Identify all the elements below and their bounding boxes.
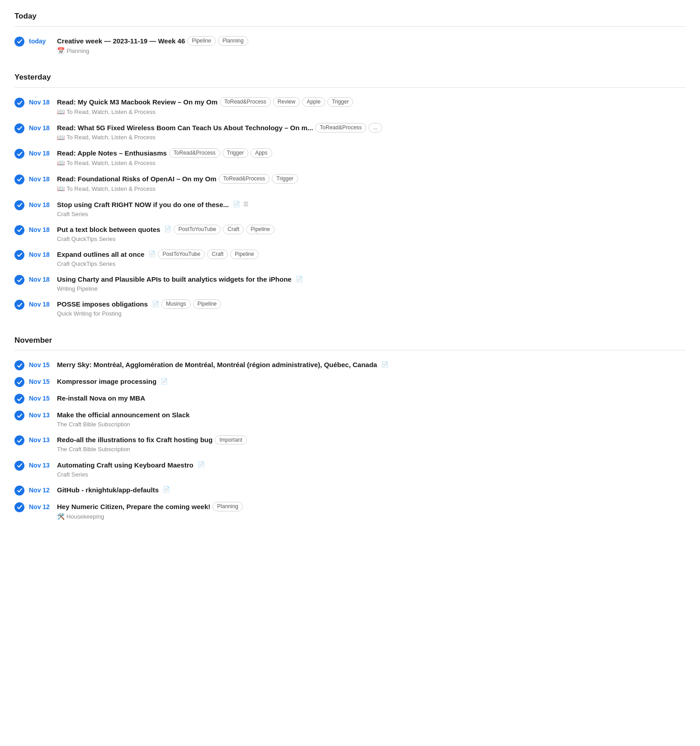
task-title: Read: My Quick M3 Macbook Review – On my… bbox=[57, 97, 218, 107]
subtitle-text: Quick Writing for Posting bbox=[57, 310, 122, 318]
task-content: Read: Foundational Risks of OpenAI – On … bbox=[57, 174, 686, 194]
check-icon bbox=[14, 377, 24, 387]
task-row[interactable]: Nov 18Expand outlines all at once📄PostTo… bbox=[14, 246, 686, 271]
task-title: Read: What 5G Fixed Wireless Boom Can Te… bbox=[57, 123, 313, 132]
date-label: today bbox=[29, 37, 52, 46]
date-label: Nov 18 bbox=[29, 275, 52, 284]
task-subtitle: Craft Series bbox=[57, 210, 686, 218]
task-title-row: Read: What 5G Fixed Wireless Boom Can Te… bbox=[57, 123, 686, 132]
task-subtitle: 📖To Read, Watch, Listen & Process bbox=[57, 133, 686, 142]
tag: ToRead&Process bbox=[315, 123, 366, 132]
subtitle-text: To Read, Watch, Listen & Process bbox=[66, 108, 156, 116]
subtitle-icon: 📅 bbox=[57, 47, 65, 56]
task-title-row: Read: Foundational Risks of OpenAI – On … bbox=[57, 174, 686, 184]
task-row[interactable]: Nov 18Stop using Craft RIGHT NOW if you … bbox=[14, 197, 686, 222]
task-subtitle: 📖To Read, Watch, Listen & Process bbox=[57, 184, 686, 194]
task-subtitle: Craft QuickTips Series bbox=[57, 235, 686, 243]
task-row[interactable]: Nov 18Put a text block between quotes📄Po… bbox=[14, 222, 686, 246]
subtitle-text: The Craft Bible Subscription bbox=[57, 445, 130, 453]
task-title-row: Re-install Nova on my MBA bbox=[57, 393, 686, 403]
tag: Planning bbox=[213, 502, 243, 511]
check-icon bbox=[14, 461, 24, 471]
tag: Apps bbox=[251, 148, 272, 158]
tag: ToRead&Process bbox=[169, 148, 220, 158]
task-title-row: GitHub - rknightuk/app-defaults📄 bbox=[57, 485, 686, 495]
subtitle-text: Craft QuickTips Series bbox=[57, 235, 116, 243]
task-title-row: Expand outlines all at once📄PostToYouTub… bbox=[57, 250, 686, 259]
task-row[interactable]: Nov 15Re-install Nova on my MBA bbox=[14, 390, 686, 407]
task-row[interactable]: Nov 13Make the official announcement on … bbox=[14, 407, 686, 432]
task-row[interactable]: Nov 12Hey Numeric Citizen, Prepare the c… bbox=[14, 499, 686, 524]
tag: Trigger bbox=[222, 148, 249, 158]
task-title-row: Kompressor image processing📄 bbox=[57, 377, 686, 386]
task-content: Kompressor image processing📄 bbox=[57, 377, 686, 386]
tag: Review bbox=[273, 97, 300, 107]
subtitle-text: To Read, Watch, Listen & Process bbox=[66, 133, 156, 142]
task-title-row: Read: My Quick M3 Macbook Review – On my… bbox=[57, 97, 686, 107]
task-title: POSSE imposes obligations bbox=[57, 299, 148, 309]
task-row[interactable]: Nov 18POSSE imposes obligations📄MusingsP… bbox=[14, 296, 686, 321]
check-icon bbox=[14, 394, 24, 404]
task-title-row: Using Charty and Plausible APIs to built… bbox=[57, 274, 686, 284]
task-content: GitHub - rknightuk/app-defaults📄 bbox=[57, 485, 686, 495]
subtitle-icon: 📖 bbox=[57, 108, 65, 117]
date-label: Nov 12 bbox=[29, 486, 52, 495]
task-row[interactable]: Nov 15Kompressor image processing📄 bbox=[14, 373, 686, 390]
date-label: Nov 15 bbox=[29, 394, 52, 403]
task-subtitle: 📖To Read, Watch, Listen & Process bbox=[57, 108, 686, 117]
date-label: Nov 13 bbox=[29, 411, 52, 420]
subtitle-text: Housekeeping bbox=[66, 513, 104, 521]
task-subtitle: 🛠️Housekeeping bbox=[57, 512, 686, 521]
task-content: Redo-all the illustrations to fix Craft … bbox=[57, 435, 686, 453]
subtitle-text: To Read, Watch, Listen & Process bbox=[66, 185, 156, 193]
check-icon bbox=[14, 360, 24, 370]
check-icon bbox=[14, 123, 24, 133]
task-row[interactable]: Nov 18Using Charty and Plausible APIs to… bbox=[14, 271, 686, 296]
check-icon bbox=[14, 200, 24, 210]
task-content: Hey Numeric Citizen, Prepare the coming … bbox=[57, 502, 686, 521]
task-row[interactable]: todayCreative week — 2023-11-19 — Week 4… bbox=[14, 33, 686, 59]
tag: PostToYouTube bbox=[174, 225, 221, 234]
check-icon bbox=[14, 300, 24, 310]
task-title: Make the official announcement on Slack bbox=[57, 410, 189, 420]
doc-icon: 📄 bbox=[152, 300, 159, 308]
check-icon bbox=[14, 250, 24, 260]
task-content: Expand outlines all at once📄PostToYouTub… bbox=[57, 250, 686, 268]
check-icon bbox=[14, 37, 24, 47]
task-title: Kompressor image processing bbox=[57, 377, 156, 386]
task-row[interactable]: Nov 18Read: Apple Notes – EnthusiasmsToR… bbox=[14, 145, 686, 171]
task-row[interactable]: Nov 18Read: What 5G Fixed Wireless Boom … bbox=[14, 120, 686, 146]
section-yesterday: Yesterday Nov 18Read: My Quick M3 Macboo… bbox=[14, 72, 686, 321]
task-row[interactable]: Nov 13Redo-all the illustrations to fix … bbox=[14, 432, 686, 457]
date-label: Nov 13 bbox=[29, 436, 52, 445]
date-label: Nov 18 bbox=[29, 149, 52, 158]
subtitle-icon: 🛠️ bbox=[57, 512, 65, 521]
task-row[interactable]: Nov 15Merry Sky: Montréal, Agglomération… bbox=[14, 357, 686, 373]
task-subtitle: The Craft Bible Subscription bbox=[57, 420, 686, 429]
subtitle-text: To Read, Watch, Listen & Process bbox=[66, 159, 156, 167]
tag: ToRead&Process bbox=[220, 97, 271, 107]
check-icon bbox=[14, 149, 24, 159]
date-label: Nov 13 bbox=[29, 461, 52, 470]
task-subtitle: Quick Writing for Posting bbox=[57, 310, 686, 318]
task-row[interactable]: Nov 18Read: Foundational Risks of OpenAI… bbox=[14, 171, 686, 197]
task-subtitle: 📖To Read, Watch, Listen & Process bbox=[57, 159, 686, 168]
date-label: Nov 18 bbox=[29, 124, 52, 133]
task-row[interactable]: Nov 13Automating Craft using Keyboard Ma… bbox=[14, 457, 686, 482]
check-icon bbox=[14, 411, 24, 420]
tag: Pipeline bbox=[193, 299, 222, 309]
subtitle-text: Craft QuickTips Series bbox=[57, 260, 116, 268]
section-header-today: Today bbox=[14, 11, 686, 27]
task-content: Creative week — 2023-11-19 — Week 46Pipe… bbox=[57, 36, 686, 56]
task-content: Stop using Craft RIGHT NOW if you do one… bbox=[57, 200, 686, 218]
task-row[interactable]: Nov 12GitHub - rknightuk/app-defaults📄 bbox=[14, 482, 686, 499]
task-content: Automating Craft using Keyboard Maestro📄… bbox=[57, 460, 686, 479]
doc-icon: 📄 bbox=[296, 275, 303, 283]
task-title: Expand outlines all at once bbox=[57, 250, 144, 259]
task-row[interactable]: Nov 18Read: My Quick M3 Macbook Review –… bbox=[14, 94, 686, 120]
task-content: Read: My Quick M3 Macbook Review – On my… bbox=[57, 97, 686, 117]
task-title: Using Charty and Plausible APIs to built… bbox=[57, 274, 292, 284]
tag: Pipeline bbox=[246, 225, 274, 234]
task-subtitle: Craft Series bbox=[57, 471, 686, 479]
subtitle-text: The Craft Bible Subscription bbox=[57, 420, 130, 429]
